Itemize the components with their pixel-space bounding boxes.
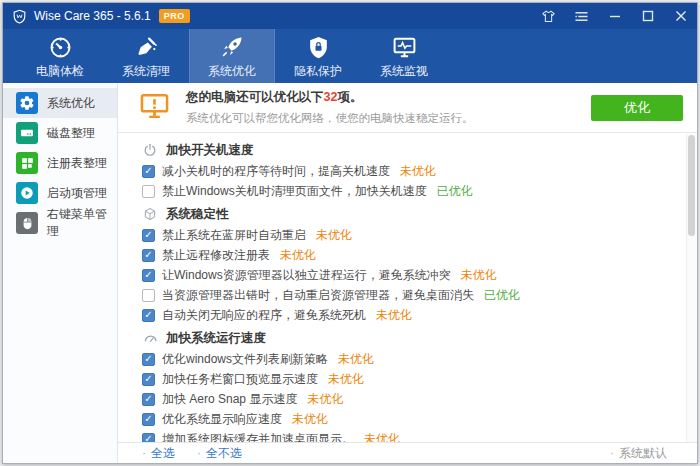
tab-system-cleaner[interactable]: 系统清理 — [103, 29, 189, 83]
option-label: 让Windows资源管理器以独立进程运行，避免系统冲突 — [162, 267, 451, 284]
option-row[interactable]: ✓ 优化系统显示响应速度 未优化 — [142, 409, 673, 429]
option-row[interactable]: ✓ 增加系统图标缓存并加速桌面显示。 未优化 — [142, 429, 673, 442]
sidebar-item-registry-defrag[interactable]: 注册表整理 — [3, 148, 117, 178]
blocks-grid-icon — [16, 152, 38, 174]
option-row[interactable]: 当资源管理器出错时，自动重启资源管理器，避免桌面消失 已优化 — [142, 285, 673, 305]
option-checkbox[interactable]: ✓ — [142, 433, 155, 443]
tab-label: 系统清理 — [122, 63, 170, 80]
option-row[interactable]: ✓ 减小关机时的程序等待时间，提高关机速度 未优化 — [142, 161, 673, 181]
status-badge: 未优化 — [280, 247, 316, 264]
tab-label: 隐私保护 — [294, 63, 342, 80]
status-badge: 未优化 — [328, 371, 364, 388]
option-checkbox[interactable]: ✓ — [142, 249, 155, 262]
status-badge: 未优化 — [461, 267, 497, 284]
bullet-icon: · — [197, 446, 201, 460]
option-checkbox[interactable]: ✓ — [142, 373, 155, 386]
option-row[interactable]: ✓ 让Windows资源管理器以独立进程运行，避免系统冲突 未优化 — [142, 265, 673, 285]
option-label: 加快任务栏窗口预览显示速度 — [162, 371, 318, 388]
main-area: 系统优化 磁盘整理 注册表整理 启动项管理 — [3, 83, 697, 463]
option-checkbox[interactable]: ✓ — [142, 269, 155, 282]
option-label: 优化windows文件列表刷新策略 — [162, 351, 328, 368]
status-badge: 未优化 — [400, 163, 436, 180]
status-badge: 已优化 — [437, 183, 473, 200]
status-badge: 已优化 — [484, 287, 520, 304]
option-checkbox[interactable]: ✓ — [142, 309, 155, 322]
mouse-icon — [16, 212, 38, 234]
sidebar-item-startup-manager[interactable]: 启动项管理 — [3, 178, 117, 208]
status-badge: 未优化 — [338, 351, 374, 368]
option-checkbox[interactable] — [142, 289, 155, 302]
main-nav: 电脑体检 系统清理 系统优化 隐私保护 系统监视 — [3, 29, 697, 83]
scrollbar-track[interactable] — [686, 134, 697, 442]
banner-title: 您的电脑还可以优化以下32项。 — [186, 89, 591, 106]
section-header-shutdown-speed: 加快开关机速度 — [142, 139, 673, 161]
app-window: Wise Care 365 - 5.6.1 PRO 电脑体检 — [2, 2, 698, 464]
theme-skin-icon[interactable] — [532, 3, 565, 29]
option-checkbox[interactable]: ✓ — [142, 353, 155, 366]
option-label: 减小关机时的程序等待时间，提高关机速度 — [162, 163, 390, 180]
tab-privacy-protector[interactable]: 隐私保护 — [275, 29, 361, 83]
status-badge: 未优化 — [307, 391, 343, 408]
select-all-link[interactable]: ·全选 — [142, 445, 175, 462]
banner-subtitle: 系统优化可以帮您优化网络，使您的电脑快速稳定运行。 — [186, 111, 591, 126]
sidebar-item-label: 系统优化 — [47, 95, 95, 112]
option-label: 禁止系统在蓝屏时自动重启 — [162, 227, 306, 244]
footer-bar: ·全选 ·全不选 ·系统默认 — [118, 442, 697, 463]
option-label: 增加系统图标缓存并加速桌面显示。 — [162, 431, 354, 443]
sidebar-item-context-menu-manager[interactable]: 右键菜单管理 — [3, 208, 117, 238]
scrollbar-thumb[interactable] — [688, 135, 695, 236]
option-label: 加快 Aero Snap 显示速度 — [162, 391, 297, 408]
tab-system-monitor[interactable]: 系统监视 — [361, 29, 447, 83]
option-row[interactable]: 禁止Windows关机时清理页面文件，加快关机速度 已优化 — [142, 181, 673, 201]
status-badge: 未优化 — [364, 431, 400, 443]
tab-label: 系统监视 — [380, 63, 428, 80]
tab-label: 电脑体检 — [36, 63, 84, 80]
tab-label: 系统优化 — [208, 63, 256, 80]
option-label: 自动关闭无响应的程序，避免系统死机 — [162, 307, 366, 324]
section-header-system-speedup: 加快系统运行速度 — [142, 327, 673, 349]
system-default-link[interactable]: ·系统默认 — [610, 445, 667, 462]
sidebar-item-system-optimize[interactable]: 系统优化 — [3, 88, 117, 118]
sidebar-item-label: 右键菜单管理 — [47, 206, 117, 240]
option-label: 优化系统显示响应速度 — [162, 411, 282, 428]
menu-icon[interactable] — [565, 3, 598, 29]
option-checkbox[interactable]: ✓ — [142, 393, 155, 406]
content-panel: 您的电脑还可以优化以下32项。 系统优化可以帮您优化网络，使您的电脑快速稳定运行… — [118, 83, 697, 463]
option-row[interactable]: ✓ 加快任务栏窗口预览显示速度 未优化 — [142, 369, 673, 389]
option-row[interactable]: ✓ 禁止系统在蓝屏时自动重启 未优化 — [142, 225, 673, 245]
option-checkbox[interactable]: ✓ — [142, 413, 155, 426]
section-title: 系统稳定性 — [166, 206, 229, 223]
pro-badge: PRO — [159, 9, 190, 23]
option-row[interactable]: ✓ 禁止远程修改注册表 未优化 — [142, 245, 673, 265]
option-label: 禁止远程修改注册表 — [162, 247, 270, 264]
maximize-icon[interactable] — [631, 3, 664, 29]
close-icon[interactable] — [664, 3, 697, 29]
optimize-button[interactable]: 优化 — [591, 95, 683, 121]
speedometer-icon — [142, 331, 158, 346]
select-none-link[interactable]: ·全不选 — [197, 445, 242, 462]
option-row[interactable]: ✓ 加快 Aero Snap 显示速度 未优化 — [142, 389, 673, 409]
optimizable-count: 32 — [324, 90, 338, 104]
option-checkbox[interactable] — [142, 185, 155, 198]
sidebar-item-label: 注册表整理 — [47, 155, 107, 172]
shield-lock-icon — [306, 33, 331, 60]
tab-system-tuneup[interactable]: 系统优化 — [189, 29, 275, 83]
tab-pc-checkup[interactable]: 电脑体检 — [17, 29, 103, 83]
sidebar-item-disk-defrag[interactable]: 磁盘整理 — [3, 118, 117, 148]
window-title: Wise Care 365 - 5.6.1 — [34, 9, 151, 23]
app-logo-shield-icon — [12, 9, 27, 24]
optimization-list: 加快开关机速度 ✓ 减小关机时的程序等待时间，提高关机速度 未优化 禁止Wind… — [118, 133, 697, 442]
status-badge: 未优化 — [376, 307, 412, 324]
status-badge: 未优化 — [292, 411, 328, 428]
monitor-pulse-icon — [392, 33, 417, 60]
minimize-icon[interactable] — [598, 3, 631, 29]
warning-monitor-icon — [140, 93, 169, 123]
bullet-icon: · — [142, 446, 146, 460]
play-circle-icon — [16, 182, 38, 204]
hard-drive-icon — [16, 122, 38, 144]
cube-icon — [142, 207, 158, 221]
option-checkbox[interactable]: ✓ — [142, 165, 155, 178]
option-row[interactable]: ✓ 优化windows文件列表刷新策略 未优化 — [142, 349, 673, 369]
option-checkbox[interactable]: ✓ — [142, 229, 155, 242]
option-row[interactable]: ✓ 自动关闭无响应的程序，避免系统死机 未优化 — [142, 305, 673, 325]
